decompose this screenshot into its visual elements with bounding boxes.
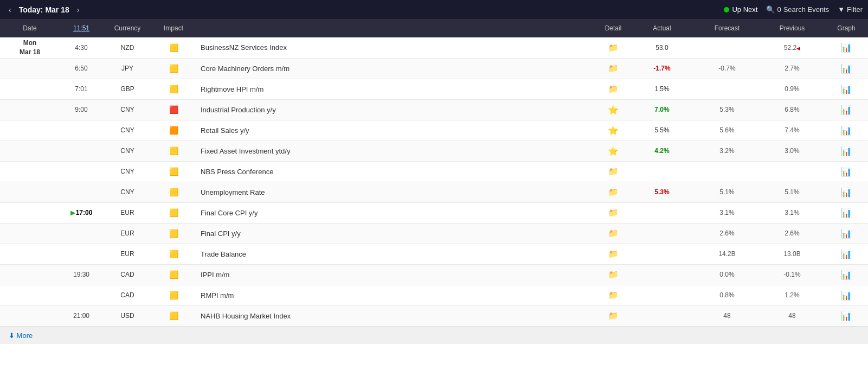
event-name-cell[interactable]: Retail Sales y/y (195, 125, 597, 136)
detail-folder-icon[interactable]: 📁 (608, 187, 619, 196)
time-cell (60, 253, 103, 255)
graph-icon[interactable]: 📊 (841, 167, 852, 176)
detail-folder-icon[interactable]: 📁 (608, 84, 619, 93)
forecast-cell: 14.2B (695, 249, 760, 259)
actual-cell (629, 253, 695, 255)
impact-cell: 🟨 (152, 42, 195, 54)
graph-icon[interactable]: 📊 (841, 146, 852, 156)
graph-icon[interactable]: 📊 (841, 229, 852, 238)
date-cell (0, 273, 60, 276)
detail-folder-icon[interactable]: 📁 (608, 311, 619, 320)
event-name-cell[interactable]: Core Machinery Orders m/m (195, 63, 597, 74)
detail-cell[interactable]: 📁 (597, 42, 629, 54)
detail-folder-icon[interactable]: 📁 (608, 290, 619, 299)
next-arrow[interactable]: › (74, 4, 83, 15)
events-table: MonMar 18 4:30 NZD 🟨 BusinessNZ Services… (0, 37, 868, 327)
detail-cell[interactable]: ⭐ (597, 145, 629, 157)
event-name-cell[interactable]: RMPI m/m (195, 290, 597, 301)
detail-folder-icon[interactable]: 📁 (608, 63, 619, 73)
previous-cell: 2.6% (760, 228, 825, 238)
detail-cell[interactable]: 📁 (597, 289, 629, 301)
detail-cell[interactable]: ⭐ (597, 124, 629, 137)
detail-cell[interactable]: 📁 (597, 207, 629, 219)
graph-cell[interactable]: 📊 (825, 289, 868, 302)
graph-cell[interactable]: 📊 (825, 83, 868, 95)
forecast-cell: 5.1% (695, 187, 760, 197)
detail-folder-icon[interactable]: 📁 (608, 43, 619, 52)
graph-icon[interactable]: 📊 (841, 188, 852, 197)
event-name-cell[interactable]: Fixed Asset Investment ytd/y (195, 146, 597, 156)
time-cell (60, 294, 103, 296)
col-date: Date (0, 24, 60, 32)
graph-cell[interactable]: 📊 (825, 269, 868, 281)
col-graph: Graph (825, 24, 868, 32)
graph-icon[interactable]: 📊 (841, 64, 852, 73)
col-time[interactable]: 11:51 (60, 24, 103, 32)
event-name-cell[interactable]: BusinessNZ Services Index (195, 42, 597, 53)
graph-cell[interactable]: 📊 (825, 124, 868, 137)
currency-cell: EUR (103, 228, 152, 238)
event-name-cell[interactable]: NBS Press Conference (195, 167, 597, 177)
event-name-cell[interactable]: Rightmove HPI m/m (195, 84, 597, 94)
col-forecast: Forecast (695, 24, 760, 32)
detail-star-icon[interactable]: ⭐ (608, 126, 619, 135)
graph-cell[interactable]: 📊 (825, 186, 868, 199)
detail-folder-icon[interactable]: 📁 (608, 249, 619, 258)
graph-cell[interactable]: 📊 (825, 41, 868, 54)
graph-cell[interactable]: 📊 (825, 62, 868, 75)
event-name-cell[interactable]: IPPI m/m (195, 270, 597, 280)
graph-icon[interactable]: 📊 (841, 270, 852, 279)
graph-icon[interactable]: 📊 (841, 43, 852, 52)
filter-button[interactable]: ▼ Filter (838, 5, 863, 14)
detail-star-icon[interactable]: ⭐ (608, 105, 619, 114)
impact-low-icon: 🟨 (169, 187, 178, 197)
prev-arrow[interactable]: ‹ (5, 4, 15, 15)
graph-cell[interactable]: 📊 (825, 145, 868, 157)
detail-folder-icon[interactable]: 📁 (608, 208, 619, 217)
graph-cell[interactable]: 📊 (825, 207, 868, 219)
forecast-cell: -0.7% (695, 63, 760, 73)
actual-cell (629, 294, 695, 296)
event-name-cell[interactable]: Final CPI y/y (195, 228, 597, 239)
graph-cell[interactable]: 📊 (825, 248, 868, 260)
detail-cell[interactable]: 📁 (597, 186, 629, 198)
graph-cell[interactable]: 📊 (825, 227, 868, 240)
detail-cell[interactable]: 📁 (597, 269, 629, 280)
graph-cell[interactable]: 📊 (825, 165, 868, 178)
graph-icon[interactable]: 📊 (841, 291, 852, 300)
previous-cell: 48 (760, 311, 825, 321)
impact-cell: 🟨 (152, 145, 195, 157)
event-name-cell[interactable]: NAHB Housing Market Index (195, 311, 597, 321)
time-cell: 21:00 (60, 311, 103, 321)
more-button[interactable]: ⬇ More (0, 327, 868, 344)
upnext-button[interactable]: Up Next (724, 5, 757, 14)
graph-cell[interactable]: 📊 (825, 310, 868, 322)
detail-cell[interactable]: 📁 (597, 310, 629, 322)
today-title: Today: Mar 18 (19, 5, 69, 14)
detail-folder-icon[interactable]: 📁 (608, 228, 619, 238)
graph-icon[interactable]: 📊 (841, 105, 852, 114)
graph-cell[interactable]: 📊 (825, 104, 868, 116)
detail-cell[interactable]: 📁 (597, 248, 629, 260)
detail-cell[interactable]: 📁 (597, 83, 629, 95)
graph-icon[interactable]: 📊 (841, 208, 852, 218)
event-name-cell[interactable]: Industrial Production y/y (195, 105, 597, 115)
event-name-cell[interactable]: Trade Balance (195, 249, 597, 259)
event-name-cell[interactable]: Final Core CPI y/y (195, 208, 597, 218)
graph-icon[interactable]: 📊 (841, 311, 852, 321)
search-button[interactable]: 🔍 0 Search Events (766, 5, 829, 14)
detail-cell[interactable]: 📁 (597, 62, 629, 74)
detail-cell[interactable]: 📁 (597, 165, 629, 177)
graph-icon[interactable]: 📊 (841, 85, 852, 94)
detail-folder-icon[interactable]: 📁 (608, 270, 619, 279)
event-name-cell[interactable]: Unemployment Rate (195, 187, 597, 197)
graph-icon[interactable]: 📊 (841, 126, 852, 135)
impact-med-icon: 🟧 (169, 125, 178, 135)
detail-star-icon[interactable]: ⭐ (608, 146, 619, 156)
graph-icon[interactable]: 📊 (841, 250, 852, 259)
detail-cell[interactable]: ⭐ (597, 104, 629, 116)
forecast-cell: 0.8% (695, 290, 760, 300)
detail-cell[interactable]: 📁 (597, 227, 629, 239)
detail-folder-icon[interactable]: 📁 (608, 167, 619, 176)
currency-cell: CNY (103, 125, 152, 135)
